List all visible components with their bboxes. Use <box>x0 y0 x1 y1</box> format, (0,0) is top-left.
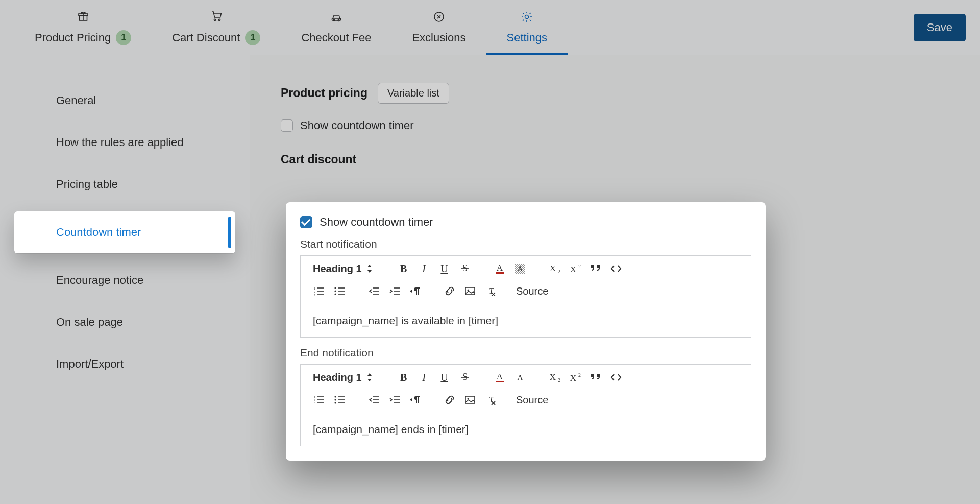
rte-toolbar-start: Heading 1 B I U S A A X2 X2 123 <box>301 256 751 304</box>
clear-format-icon[interactable]: T <box>481 391 500 409</box>
underline-icon[interactable]: U <box>435 259 454 278</box>
svg-marker-40 <box>410 290 412 293</box>
source-button[interactable]: Source <box>516 282 548 300</box>
blockquote-icon[interactable] <box>586 259 605 278</box>
svg-text:2: 2 <box>558 269 560 274</box>
unordered-list-icon[interactable] <box>330 282 349 300</box>
underline-icon[interactable]: U <box>435 368 454 387</box>
sidebar-item-general[interactable]: General <box>0 80 250 122</box>
text-color-icon[interactable]: A <box>491 368 509 387</box>
gift-icon <box>77 10 89 25</box>
svg-point-3 <box>214 19 215 20</box>
sort-icon <box>367 373 372 381</box>
paragraph-dir-icon[interactable] <box>406 282 424 300</box>
svg-rect-49 <box>496 381 504 382</box>
sidebar-item-onsale[interactable]: On sale page <box>0 301 250 343</box>
indent-icon[interactable] <box>385 391 404 409</box>
svg-rect-15 <box>496 272 504 274</box>
tab-label: Checkout Fee <box>301 31 371 44</box>
start-notification-content[interactable]: [campaign_name] is available in [timer] <box>301 304 751 337</box>
product-pricing-title: Product pricing <box>281 86 368 100</box>
cart-icon <box>210 10 223 25</box>
clear-format-icon[interactable]: T <box>481 282 500 300</box>
outdent-icon[interactable] <box>365 282 383 300</box>
car-icon <box>330 11 342 26</box>
sidebar-item-pricingtable[interactable]: Pricing table <box>0 163 250 205</box>
tab-label: Exclusions <box>412 31 465 44</box>
svg-text:2: 2 <box>578 263 581 269</box>
svg-point-29 <box>334 290 336 292</box>
tab-product-pricing[interactable]: Product Pricing 1 <box>14 0 152 55</box>
indent-icon[interactable] <box>385 282 404 300</box>
svg-point-63 <box>334 399 336 400</box>
sidebar-item-encourage[interactable]: Encourage notice <box>0 259 250 301</box>
outdent-icon[interactable] <box>365 391 383 409</box>
superscript-icon[interactable]: X2 <box>566 368 584 387</box>
close-circle-icon <box>433 11 445 26</box>
heading-select[interactable]: Heading 1 <box>310 262 380 276</box>
variable-list-button[interactable]: Variable list <box>378 83 449 104</box>
end-notification-content[interactable]: [campaign_name] ends in [timer] <box>301 413 751 446</box>
countdown-settings-card: Show countdown timer Start notification … <box>286 202 766 461</box>
bold-icon[interactable]: B <box>395 368 413 387</box>
superscript-icon[interactable]: X2 <box>566 259 584 278</box>
save-button[interactable]: Save <box>914 14 966 41</box>
image-icon[interactable] <box>461 391 479 409</box>
code-icon[interactable] <box>607 368 625 387</box>
svg-point-62 <box>334 396 336 397</box>
start-notification-label: Start notification <box>300 238 751 250</box>
end-notification-label: End notification <box>300 347 751 359</box>
blockquote-icon[interactable] <box>586 368 605 387</box>
sort-icon <box>367 265 372 273</box>
svg-point-28 <box>334 287 336 289</box>
svg-text:A: A <box>496 372 503 381</box>
subscript-icon[interactable]: X2 <box>546 368 564 387</box>
svg-text:2: 2 <box>578 372 581 378</box>
tab-checkout-fee[interactable]: Checkout Fee <box>281 0 391 55</box>
end-notification-editor: Heading 1 B I U S A A X2 X2 123 <box>300 364 751 446</box>
image-icon[interactable] <box>461 282 479 300</box>
bg-color-icon[interactable]: A <box>511 259 529 278</box>
tab-label: Product Pricing <box>35 31 111 44</box>
tab-cart-discount[interactable]: Cart Discount 1 <box>152 0 281 55</box>
ordered-list-icon[interactable]: 123 <box>310 391 328 409</box>
svg-text:X: X <box>549 372 555 382</box>
italic-icon[interactable]: I <box>415 368 433 387</box>
count-badge: 1 <box>245 30 260 45</box>
top-tabs: Product Pricing 1 Cart Discount 1 Checko… <box>0 0 980 55</box>
paragraph-dir-icon[interactable] <box>406 391 424 409</box>
svg-text:A: A <box>496 263 503 273</box>
svg-rect-41 <box>465 287 475 295</box>
tab-exclusions[interactable]: Exclusions <box>391 0 486 55</box>
svg-text:3: 3 <box>314 293 315 296</box>
bold-icon[interactable]: B <box>395 259 413 278</box>
heading-select[interactable]: Heading 1 <box>310 371 380 385</box>
tab-settings[interactable]: Settings <box>486 0 568 55</box>
pp-show-countdown-label: Show countdown timer <box>300 119 414 132</box>
start-notification-editor: Heading 1 B I U S A A X2 X2 123 <box>300 255 751 338</box>
strikethrough-icon[interactable]: S <box>456 259 474 278</box>
ordered-list-icon[interactable]: 123 <box>310 282 328 300</box>
code-icon[interactable] <box>607 259 625 278</box>
italic-icon[interactable]: I <box>415 259 433 278</box>
source-button[interactable]: Source <box>516 391 548 409</box>
unordered-list-icon[interactable] <box>330 391 349 409</box>
text-color-icon[interactable]: A <box>491 259 509 278</box>
subscript-icon[interactable]: X2 <box>546 259 564 278</box>
pp-show-countdown-row[interactable]: Show countdown timer <box>281 119 949 132</box>
strikethrough-icon[interactable]: S <box>456 368 474 387</box>
link-icon[interactable] <box>440 391 459 409</box>
pp-show-countdown-checkbox[interactable] <box>281 119 293 132</box>
sidebar-item-importexport[interactable]: Import/Export <box>0 343 250 385</box>
cd-show-countdown-row[interactable]: Show countdown timer <box>300 215 751 229</box>
cd-show-countdown-checkbox[interactable] <box>300 216 312 228</box>
link-icon[interactable] <box>440 282 459 300</box>
cd-show-countdown-label: Show countdown timer <box>320 215 433 229</box>
bg-color-icon[interactable]: A <box>511 368 529 387</box>
sidebar-item-countdown[interactable]: Countdown timer <box>14 211 235 253</box>
sidebar-item-howrules[interactable]: How the rules are applied <box>0 122 250 163</box>
cart-discount-title: Cart discount <box>281 153 949 166</box>
count-badge: 1 <box>116 30 131 45</box>
svg-rect-75 <box>465 396 475 403</box>
svg-text:X: X <box>570 265 576 274</box>
